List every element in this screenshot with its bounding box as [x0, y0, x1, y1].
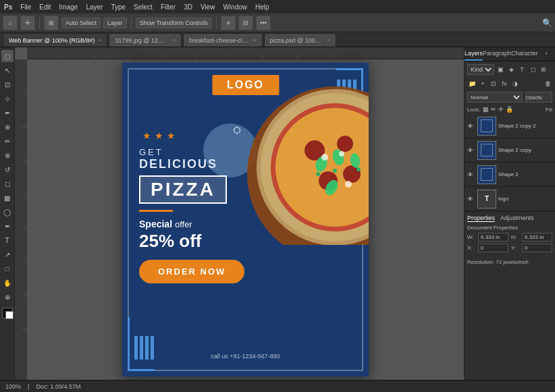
svg-point-27: [337, 136, 353, 152]
filter-pixel-icon[interactable]: ▣: [496, 65, 505, 74]
show-transform-label[interactable]: Show Transform Controls: [136, 18, 213, 28]
more-options-icon[interactable]: •••: [256, 16, 271, 30]
main-area: ▢ ↖ ⊡ ⊹ ✒ ⊕ ✏ ⊗ ↺ ◻ ▦ ◯ ✒ T ↗ □ ✋ ⊕: [0, 47, 555, 380]
menu-file[interactable]: File: [20, 3, 31, 11]
hand-tool[interactable]: ✋: [1, 277, 14, 289]
filter-type-icon[interactable]: T: [517, 65, 527, 74]
eye-icon-shape2[interactable]: 👁: [467, 171, 475, 178]
type-tool[interactable]: T: [1, 234, 14, 246]
tab-properties[interactable]: Properties: [467, 215, 495, 222]
canvas-wrapper: LOGO: [27, 59, 464, 380]
width-value[interactable]: [478, 233, 508, 242]
tab-breakfast[interactable]: breakfast-cheese-close-up-2918532.jpg @ …: [183, 33, 263, 47]
menu-edit[interactable]: Edit: [39, 3, 51, 11]
x-label: X:: [467, 245, 475, 251]
lock-all-icon[interactable]: 🔒: [506, 106, 513, 113]
distribute-icon[interactable]: ⊟: [238, 16, 253, 30]
tab-close-web-banner[interactable]: ×: [99, 37, 102, 43]
filter-smart-icon[interactable]: ⊞: [539, 65, 548, 74]
crop-tool[interactable]: ⊹: [1, 92, 14, 105]
direct-selection-tool[interactable]: ↖: [1, 64, 14, 76]
layer-item-shape2[interactable]: 👁 Shape 2: [465, 163, 555, 187]
menu-type[interactable]: Type: [111, 3, 126, 11]
new-group-icon[interactable]: 📁: [467, 79, 477, 88]
menu-view[interactable]: View: [201, 3, 215, 11]
new-layer-icon[interactable]: +: [478, 79, 487, 88]
eraser-tool[interactable]: ◻: [1, 177, 14, 190]
tab-more[interactable]: ›: [538, 47, 555, 61]
menu-window[interactable]: Window: [223, 3, 247, 11]
history-brush-tool[interactable]: ↺: [1, 163, 14, 175]
y-value[interactable]: [522, 244, 552, 252]
height-value[interactable]: [522, 233, 552, 242]
move-tool-icon[interactable]: ✛: [20, 16, 35, 30]
layer-dropdown[interactable]: Layer: [103, 18, 127, 28]
stamp-tool[interactable]: ⊗: [1, 149, 14, 161]
x-value[interactable]: [478, 244, 508, 252]
home-icon[interactable]: ⌂: [3, 16, 18, 30]
spot-healing-tool[interactable]: ⊕: [1, 121, 14, 133]
tab-paragraph[interactable]: Paragraph: [483, 47, 511, 61]
filter-adjust-icon[interactable]: ◈: [506, 65, 516, 74]
layer-mask-icon[interactable]: ⊡: [489, 79, 498, 88]
tab-close-breakfast[interactable]: ×: [253, 37, 257, 43]
layer-type-dropdown[interactable]: Kind: [467, 64, 494, 75]
menu-help[interactable]: Help: [255, 3, 269, 11]
layer-thumb-shape2copy2: [477, 117, 496, 136]
search-icon[interactable]: 🔍: [542, 18, 552, 28]
tab-label-web-banner: Web Banner @ 100% (RGB/8#): [9, 37, 95, 44]
filter-shape-icon[interactable]: ◻: [528, 65, 537, 74]
order-now-button[interactable]: ORDER NOW: [139, 260, 244, 283]
lock-position-icon[interactable]: ✛: [498, 106, 504, 113]
artboard-tool[interactable]: ⊡: [1, 78, 14, 90]
path-selection-tool[interactable]: ↗: [1, 248, 14, 260]
layer-item-shape2copy[interactable]: 👁 Shape 2 copy: [465, 138, 555, 163]
blend-mode-select[interactable]: Normal: [467, 92, 523, 103]
tab-close-31799[interactable]: ×: [172, 37, 176, 43]
layer-item-shape2copy2[interactable]: 👁 Shape 2 copy 2: [465, 114, 555, 138]
tab-31799[interactable]: 31799.jpg @ 12.5% (Layer 0, RGB/8#... ×: [109, 33, 182, 47]
rectangle-tool[interactable]: □: [1, 262, 14, 275]
zoom-tool[interactable]: ⊕: [1, 291, 14, 303]
tab-web-banner[interactable]: Web Banner @ 100% (RGB/8#) ×: [3, 33, 107, 47]
properties-section: Properties Adjustments Document Properti…: [465, 211, 555, 269]
align-icon[interactable]: ≡: [221, 16, 236, 30]
new-fill-icon[interactable]: ◑: [510, 79, 520, 88]
lock-transparent-icon[interactable]: ▦: [483, 106, 489, 113]
dodge-tool[interactable]: ◯: [1, 206, 14, 218]
menu-3d[interactable]: 3D: [184, 3, 192, 11]
gradient-tool[interactable]: ▦: [1, 192, 14, 204]
foreground-color[interactable]: [2, 308, 13, 318]
brush-tool[interactable]: ✏: [1, 135, 14, 147]
arrange-icon[interactable]: ⊞: [44, 16, 59, 30]
fx-icon[interactable]: fx: [500, 79, 509, 88]
delicious-text: DELICIOUS: [139, 157, 274, 171]
properties-tabs: Properties Adjustments: [467, 215, 552, 222]
selection-tool[interactable]: ▢: [1, 50, 14, 62]
tab-character[interactable]: Character: [511, 47, 538, 61]
opacity-input[interactable]: [525, 92, 552, 103]
doc-properties-label: Document Properties: [467, 225, 552, 231]
menu-select[interactable]: Select: [134, 3, 153, 11]
pen-tool[interactable]: ✒: [1, 220, 14, 232]
eye-icon-logo[interactable]: 👁: [467, 196, 475, 202]
delete-layer-icon[interactable]: 🗑: [543, 79, 552, 88]
tab-close-pizza[interactable]: ×: [327, 37, 331, 43]
eye-icon-shape2copy[interactable]: 👁: [467, 147, 475, 154]
lock-image-icon[interactable]: ✏: [491, 106, 496, 113]
svg-point-39: [356, 167, 361, 171]
autoselect-label[interactable]: Auto Select: [61, 18, 101, 28]
background-color[interactable]: [5, 311, 14, 319]
svg-rect-0: [27, 47, 464, 59]
menu-image[interactable]: Image: [59, 3, 78, 11]
menu-layer[interactable]: Layer: [86, 3, 103, 11]
tab-pizza[interactable]: pizza.psd @ 100% (RGB/8#... ×: [264, 33, 337, 47]
get-text: GET: [139, 147, 274, 157]
eye-icon-shape2copy2[interactable]: 👁: [467, 123, 475, 130]
layer-item-logo[interactable]: 👁 T logo: [465, 187, 555, 211]
tab-label-31799: 31799.jpg @ 12.5% (Layer 0, RGB/8#...: [115, 37, 169, 44]
tab-adjustments[interactable]: Adjustments: [500, 215, 534, 222]
tab-layers[interactable]: Layers: [465, 47, 483, 61]
menu-filter[interactable]: Filter: [161, 3, 176, 11]
eyedropper-tool[interactable]: ✒: [1, 107, 14, 119]
